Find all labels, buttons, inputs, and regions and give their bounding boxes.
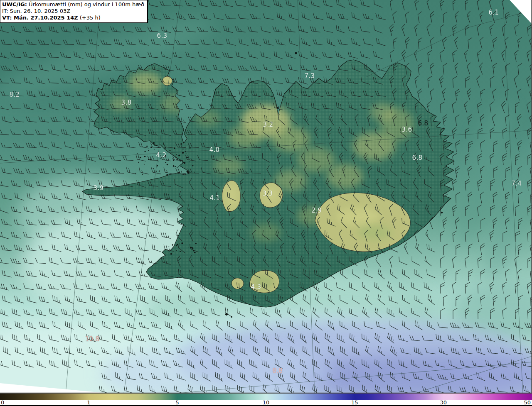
valid-time: VT: Mán. 27.10.2025 14Z — [2, 15, 78, 21]
init-time-line: IT: Sun. 26. 10. 2025 03Z — [2, 8, 144, 15]
colorbar-tick-label: 15 — [351, 400, 358, 405]
colorbar-tick-label: 1 — [87, 400, 90, 405]
colorbar: 01510153050 — [0, 393, 532, 406]
glacier-drangajokull — [163, 76, 172, 86]
valid-time-line: VT: Mán. 27.10.2025 14Z (+35 h) — [2, 15, 144, 21]
weather-map-app: 6.16.37.38.23.83.26.83.64.04.26.87.43.94… — [0, 0, 532, 406]
colorbar-tick-label: 30 — [440, 400, 447, 405]
product-description: Úrkomumætti (mm) og vindur i 100m hæð — [27, 1, 144, 7]
colorbar-tick-label: 0 — [1, 400, 4, 405]
weather-map — [0, 0, 532, 393]
colorbar-ticks: 01510153050 — [0, 400, 532, 405]
colorbar-tick-label: 50 — [524, 400, 531, 405]
map-title-box: UWC/IG: Úrkomumætti (mm) og vindur i 100… — [0, 0, 148, 23]
product-id: UWC/IG: — [2, 1, 27, 7]
lead-time: (+35 h) — [78, 15, 101, 21]
map-title-line: UWC/IG: Úrkomumætti (mm) og vindur i 100… — [2, 1, 144, 8]
colorbar-tick-label: 5 — [176, 400, 179, 405]
colorbar-tick-label: 10 — [263, 400, 270, 405]
map-canvas: 6.16.37.38.23.83.26.83.64.04.26.87.43.94… — [0, 0, 532, 393]
